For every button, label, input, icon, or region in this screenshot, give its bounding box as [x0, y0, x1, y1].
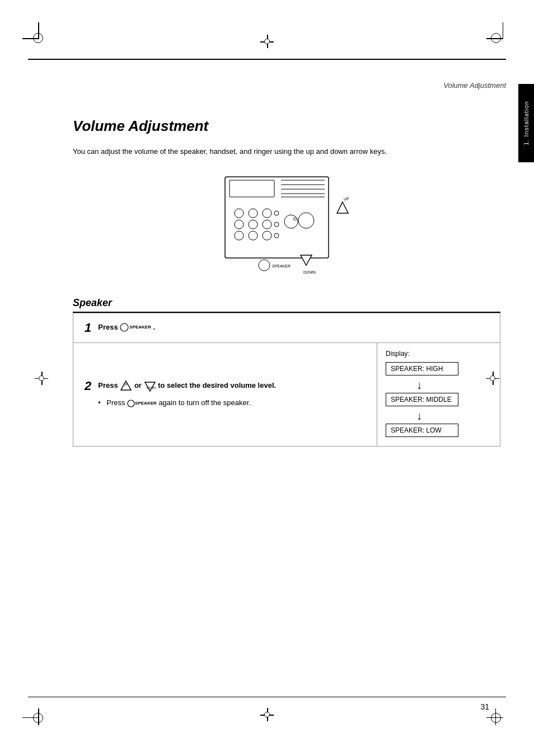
svg-rect-1	[229, 180, 274, 197]
arrow-down-1: ↓	[386, 379, 422, 392]
section-tab: 1. Installation	[518, 84, 534, 162]
arrow-down-2: ↓	[386, 410, 422, 422]
step-1-text: Press SPEAKER .	[98, 323, 155, 331]
svg-point-19	[284, 215, 298, 228]
svg-point-12	[249, 220, 257, 229]
crosshair-left-center	[35, 372, 48, 385]
svg-point-28	[120, 323, 128, 331]
step-2-content: Press UP or	[98, 380, 276, 408]
svg-point-11	[235, 220, 243, 229]
step-2-main: Press UP or	[98, 380, 276, 392]
step-1-content: Press SPEAKER .	[98, 322, 155, 333]
up-arrow-icon: UP	[120, 380, 132, 392]
display-items: SPEAKER: HIGH ↓ SPEAKER: MIDDLE ↓ SPEAKE…	[386, 362, 491, 439]
phone-diagram: SPEAKER UP DOWN	[73, 171, 500, 280]
step-2-bullets: Press SPEAKER again to turn off the spea…	[98, 398, 276, 408]
main-content: Volume Adjustment You can adjust the vol…	[73, 118, 500, 447]
display-item-low: SPEAKER: LOW	[386, 424, 458, 437]
step-1-cell: 1 Press SPEAKER .	[73, 313, 500, 342]
svg-point-15	[235, 231, 243, 240]
svg-point-18	[274, 233, 279, 238]
top-border-line	[28, 59, 506, 60]
svg-text:UP: UP	[124, 383, 128, 386]
svg-point-13	[263, 220, 271, 229]
step-2-bullet-1: Press SPEAKER again to turn off the spea…	[98, 398, 276, 408]
display-item-middle: SPEAKER: MIDDLE	[386, 393, 458, 406]
crosshair-top-center	[260, 35, 274, 48]
svg-point-21	[298, 213, 314, 228]
svg-point-22	[259, 260, 270, 271]
svg-point-8	[249, 209, 257, 218]
svg-point-33	[128, 400, 134, 407]
down-arrow-icon: DOWN	[144, 380, 156, 392]
svg-text:DOWN: DOWN	[147, 386, 156, 389]
section-title: Speaker	[73, 297, 500, 313]
svg-point-14	[274, 222, 279, 227]
svg-point-17	[263, 231, 271, 240]
section-tab-label: 1. Installation	[523, 101, 530, 145]
svg-text:UP: UP	[344, 197, 349, 201]
corner-mark-top-left	[31, 31, 53, 53]
step-1-number: 1	[85, 322, 91, 334]
display-item-high: SPEAKER: HIGH	[386, 362, 458, 375]
svg-point-20	[293, 217, 297, 220]
step-2-right: Display: SPEAKER: HIGH ↓ SPEAKER: MIDDLE…	[377, 342, 500, 446]
svg-marker-26	[301, 255, 312, 265]
phone-diagram-svg: SPEAKER UP DOWN	[191, 171, 382, 280]
intro-text: You can adjust the volume of the speaker…	[73, 146, 500, 157]
header-label: Volume Adjustment	[443, 81, 506, 90]
svg-marker-24	[337, 202, 348, 213]
step-2-left: 2 Press UP or	[73, 342, 377, 446]
step-row-1: 1 Press SPEAKER .	[73, 313, 500, 342]
step-row-2: 2 Press UP or	[73, 342, 500, 446]
svg-point-7	[235, 209, 243, 218]
svg-text:SPEAKER: SPEAKER	[272, 264, 291, 268]
steps-table: 1 Press SPEAKER .	[73, 313, 500, 447]
step-2-number: 2	[85, 380, 91, 392]
corner-mark-top-right	[481, 31, 503, 53]
display-label: Display:	[386, 350, 491, 358]
page-number: 31	[480, 702, 489, 711]
crosshair-bottom-center	[260, 708, 274, 721]
svg-point-16	[249, 231, 257, 240]
corner-mark-bottom-left	[31, 703, 53, 725]
speaker-button-icon-2: SPEAKER	[127, 400, 157, 407]
svg-point-10	[274, 211, 279, 215]
bottom-border-line	[28, 697, 506, 698]
speaker-button-icon-1: SPEAKER	[120, 323, 151, 332]
svg-point-9	[263, 209, 271, 218]
svg-text:DOWN: DOWN	[303, 270, 316, 274]
page-title: Volume Adjustment	[73, 118, 500, 135]
